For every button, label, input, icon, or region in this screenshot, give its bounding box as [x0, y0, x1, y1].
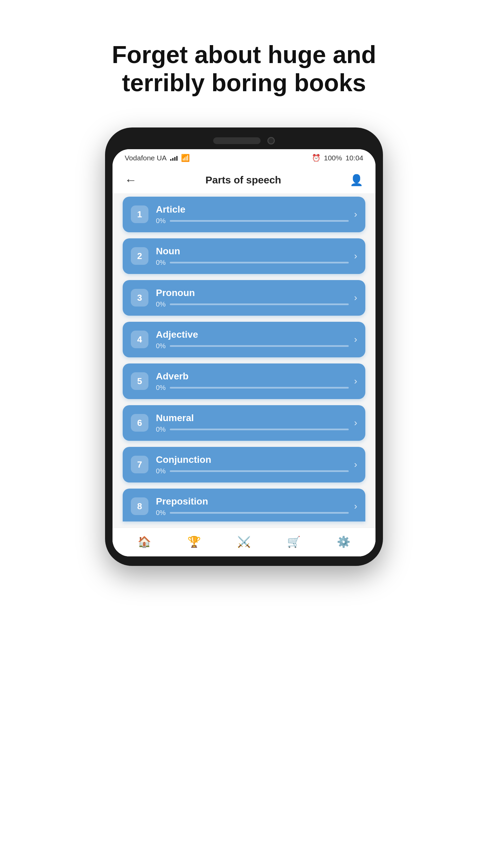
item-name-7: Conjunction — [156, 454, 349, 465]
item-name-5: Adverb — [156, 371, 349, 382]
bottom-nav-item-trophy[interactable]: 🏆 — [187, 535, 201, 548]
item-info-1: Article 0% — [156, 204, 349, 225]
bottom-nav: 🏠🏆⚔️🛒⚙️ — [113, 528, 375, 556]
item-progress-row-2: 0% — [156, 259, 349, 267]
item-progress-row-4: 0% — [156, 342, 349, 350]
item-number-4: 4 — [131, 331, 148, 348]
list-item[interactable]: 1 Article 0% › — [123, 197, 365, 232]
item-name-partial: Preposition — [156, 496, 349, 507]
item-progress-row-6: 0% — [156, 426, 349, 433]
item-percent-7: 0% — [156, 467, 166, 475]
profile-icon[interactable]: 👤 — [350, 174, 363, 186]
list-item[interactable]: 3 Pronoun 0% › — [123, 280, 365, 316]
item-percent-3: 0% — [156, 300, 166, 308]
chevron-icon-4: › — [354, 334, 357, 345]
list-item[interactable]: 7 Conjunction 0% › — [123, 447, 365, 482]
shop-icon: 🛒 — [287, 535, 301, 548]
item-progress-row-3: 0% — [156, 300, 349, 308]
item-number-6: 6 — [131, 414, 148, 432]
chevron-icon-6: › — [354, 417, 357, 428]
list-item[interactable]: 2 Noun 0% › — [123, 238, 365, 274]
phone-mockup: Vodafone UA 📶 ⏰ 100% 10:04 ← Parts of sp… — [105, 127, 383, 566]
item-info-6: Numeral 0% — [156, 413, 349, 433]
item-number-1: 1 — [131, 205, 148, 223]
progress-track-6 — [170, 429, 349, 430]
item-info-5: Adverb 0% — [156, 371, 349, 392]
status-right: ⏰ 100% 10:04 — [312, 154, 363, 162]
item-info-partial: Preposition 0% — [156, 496, 349, 517]
home-icon: 🏠 — [138, 535, 151, 548]
phone-notch — [113, 137, 375, 144]
status-bar: Vodafone UA 📶 ⏰ 100% 10:04 — [113, 149, 375, 165]
partial-list-item[interactable]: 8 Preposition 0% › — [123, 489, 365, 521]
chevron-icon-5: › — [354, 376, 357, 387]
item-progress-row-5: 0% — [156, 384, 349, 392]
time-label: 10:04 — [345, 154, 363, 162]
page-headline: Forget about huge and terribly boring bo… — [112, 41, 376, 97]
battery-label: 100% — [324, 154, 342, 162]
item-info-4: Adjective 0% — [156, 329, 349, 350]
item-info-2: Noun 0% — [156, 246, 349, 267]
bottom-nav-item-battle[interactable]: ⚔️ — [237, 535, 251, 548]
phone-speaker — [213, 137, 261, 144]
top-nav: ← Parts of speech 👤 — [113, 165, 375, 193]
item-name-2: Noun — [156, 246, 349, 257]
screen-title: Parts of speech — [205, 174, 281, 186]
alarm-icon: ⏰ — [312, 154, 321, 162]
progress-track-1 — [170, 220, 349, 222]
item-name-1: Article — [156, 204, 349, 215]
list-item[interactable]: 6 Numeral 0% › — [123, 405, 365, 441]
item-percent-1: 0% — [156, 217, 166, 225]
list-item[interactable]: 5 Adverb 0% › — [123, 363, 365, 399]
settings-icon: ⚙️ — [337, 535, 350, 548]
battle-icon: ⚔️ — [237, 535, 251, 548]
progress-track-4 — [170, 345, 349, 347]
bottom-nav-item-settings[interactable]: ⚙️ — [337, 535, 350, 548]
list-item[interactable]: 4 Adjective 0% › — [123, 322, 365, 357]
item-percent-2: 0% — [156, 259, 166, 267]
progress-track-partial — [170, 512, 349, 514]
bottom-nav-item-shop[interactable]: 🛒 — [287, 535, 301, 548]
phone-screen: Vodafone UA 📶 ⏰ 100% 10:04 ← Parts of sp… — [113, 149, 375, 556]
carrier-label: Vodafone UA — [125, 154, 167, 162]
item-progress-row-7: 0% — [156, 467, 349, 475]
back-button[interactable]: ← — [125, 173, 137, 187]
item-number-3: 3 — [131, 289, 148, 307]
phone-camera — [267, 137, 275, 144]
progress-track-2 — [170, 262, 349, 263]
item-number-5: 5 — [131, 372, 148, 390]
item-percent-6: 0% — [156, 426, 166, 433]
item-progress-row-1: 0% — [156, 217, 349, 225]
chevron-partial: › — [354, 501, 357, 512]
item-name-6: Numeral — [156, 413, 349, 423]
chevron-icon-2: › — [354, 251, 357, 261]
item-number-7: 7 — [131, 456, 148, 473]
item-number-partial: 8 — [131, 497, 148, 515]
item-info-7: Conjunction 0% — [156, 454, 349, 475]
status-left: Vodafone UA 📶 — [125, 154, 190, 162]
item-name-4: Adjective — [156, 329, 349, 340]
wifi-icon: 📶 — [181, 154, 190, 162]
chevron-icon-7: › — [354, 459, 357, 470]
chevron-icon-3: › — [354, 292, 357, 303]
progress-track-5 — [170, 387, 349, 389]
items-list: 1 Article 0% › 2 Noun 0% — [113, 193, 375, 482]
trophy-icon: 🏆 — [187, 535, 201, 548]
item-info-3: Pronoun 0% — [156, 288, 349, 308]
signal-bars — [170, 155, 178, 161]
item-percent-5: 0% — [156, 384, 166, 392]
chevron-icon-1: › — [354, 209, 357, 220]
item-progress-partial: 0% — [156, 509, 349, 517]
progress-track-3 — [170, 303, 349, 305]
item-percent-partial: 0% — [156, 509, 166, 517]
item-percent-4: 0% — [156, 342, 166, 350]
item-number-2: 2 — [131, 247, 148, 265]
bottom-nav-item-home[interactable]: 🏠 — [138, 535, 151, 548]
progress-track-7 — [170, 470, 349, 472]
item-name-3: Pronoun — [156, 288, 349, 298]
